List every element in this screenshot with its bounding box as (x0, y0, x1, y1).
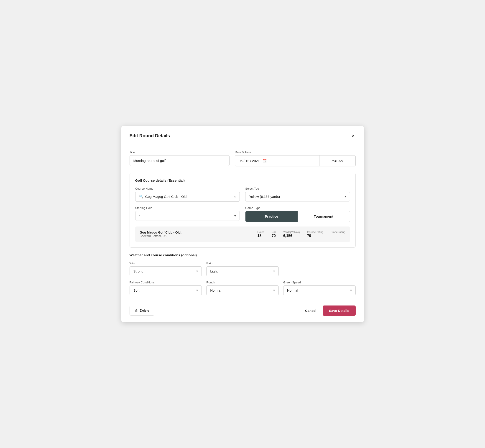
clear-icon[interactable]: × (234, 195, 236, 199)
rough-group: Rough Normal ▾ (206, 281, 279, 295)
chevron-down-icon: ▾ (345, 195, 346, 198)
course-name-label: Course Name (135, 187, 240, 190)
rain-group: Rain Light ▾ (206, 262, 279, 276)
close-button[interactable]: × (351, 133, 356, 139)
starting-hole-group: Starting Hole 1 ▾ (135, 206, 240, 222)
datetime-label: Date & Time (235, 151, 356, 154)
rough-value: Normal (210, 288, 221, 292)
starting-hole-gametype-row: Starting Hole 1 ▾ Game Type Practice Tou… (135, 206, 350, 222)
wind-label: Wind (129, 262, 202, 265)
game-type-group: Game Type Practice Tournament (245, 206, 350, 222)
conditions-section: Weather and course conditions (optional)… (129, 253, 356, 295)
wind-rain-row: Wind Strong ▾ Rain Light ▾ (129, 262, 356, 276)
game-type-label: Game Type (245, 206, 350, 210)
fairway-group: Fairway Conditions Soft ▾ (129, 281, 202, 295)
cancel-button[interactable]: Cancel (303, 306, 318, 315)
modal-body: Title Date & Time 05 / 12 / 2021 📅 7:31 … (121, 144, 364, 295)
select-tee-label: Select Tee (245, 187, 350, 190)
chevron-down-icon-fairway: ▾ (196, 288, 198, 292)
course-stats: Holes 18 Par 70 Yards(Yellow) 6,156 Cour… (257, 231, 345, 238)
stat-course-rating: Course rating 70 (307, 231, 323, 238)
footer-right: Cancel Save Details (303, 305, 356, 316)
starting-hole-label: Starting Hole (135, 206, 240, 210)
fairway-value: Soft (133, 288, 140, 292)
select-tee-dropdown[interactable]: Yellow (6,156 yards) ▾ (245, 192, 350, 201)
course-name-group: Course Name 🔍 Gog Magog Golf Club - Old … (135, 187, 240, 202)
course-info-card: Gog Magog Golf Club - Old, Shelford Bott… (135, 226, 350, 242)
rough-label: Rough (206, 281, 279, 284)
title-label: Title (129, 151, 229, 154)
par-value: 70 (272, 234, 276, 238)
yards-value: 6,156 (283, 234, 292, 238)
golf-section-title: Golf Course details (Essential) (135, 178, 350, 182)
par-label: Par (272, 231, 276, 234)
holes-value: 18 (257, 234, 261, 238)
trash-icon: 🗑 (135, 309, 138, 312)
course-name-input[interactable]: 🔍 Gog Magog Golf Club - Old × (135, 192, 240, 202)
golf-course-section: Golf Course details (Essential) Course N… (129, 173, 356, 248)
practice-button[interactable]: Practice (245, 211, 298, 222)
modal-footer: 🗑 Delete Cancel Save Details (121, 300, 364, 322)
top-row: Title Date & Time 05 / 12 / 2021 📅 7:31 … (129, 151, 356, 166)
chevron-down-icon-rough: ▾ (273, 288, 275, 292)
search-icon: 🔍 (139, 195, 144, 199)
date-value: 05 / 12 / 2021 (239, 159, 260, 163)
course-full-name: Gog Magog Golf Club - Old, (140, 231, 252, 234)
select-tee-group: Select Tee Yellow (6,156 yards) ▾ (245, 187, 350, 202)
calendar-icon: 📅 (262, 159, 267, 163)
chevron-down-icon-rain: ▾ (273, 269, 275, 273)
edit-round-modal: Edit Round Details × Title Date & Time 0… (121, 126, 364, 322)
fairway-label: Fairway Conditions (129, 281, 202, 284)
starting-hole-dropdown[interactable]: 1 ▾ (135, 211, 240, 221)
course-name-tee-row: Course Name 🔍 Gog Magog Golf Club - Old … (135, 187, 350, 202)
holes-label: Holes (257, 231, 264, 234)
course-name-block: Gog Magog Golf Club - Old, Shelford Bott… (140, 231, 252, 238)
course-rating-label: Course rating (307, 231, 323, 234)
wind-group: Wind Strong ▾ (129, 262, 202, 276)
title-input[interactable] (129, 155, 229, 166)
modal-header: Edit Round Details × (121, 126, 364, 144)
select-tee-value: Yellow (6,156 yards) (249, 195, 280, 199)
course-location: Shelford Bottom, UK (140, 234, 252, 238)
slope-rating-label: Slope rating (331, 231, 345, 234)
fairway-dropdown[interactable]: Soft ▾ (129, 286, 202, 295)
stat-holes: Holes 18 (257, 231, 264, 238)
starting-hole-value: 1 (139, 214, 141, 218)
stat-yards: Yards(Yellow) 6,156 (283, 231, 300, 238)
title-field-group: Title (129, 151, 229, 166)
tournament-button[interactable]: Tournament (298, 211, 350, 222)
rain-dropdown[interactable]: Light ▾ (206, 266, 279, 276)
date-input[interactable]: 05 / 12 / 2021 📅 (235, 155, 319, 166)
datetime-row: 05 / 12 / 2021 📅 7:31 AM (235, 155, 356, 166)
stat-slope-rating: Slope rating - (331, 231, 345, 238)
green-speed-dropdown[interactable]: Normal ▾ (283, 286, 356, 295)
fairway-rough-green-row: Fairway Conditions Soft ▾ Rough Normal ▾… (129, 281, 356, 295)
yards-label: Yards(Yellow) (283, 231, 300, 234)
game-type-toggle: Practice Tournament (245, 211, 350, 222)
conditions-title: Weather and course conditions (optional) (129, 253, 356, 257)
delete-label: Delete (140, 309, 149, 312)
rough-dropdown[interactable]: Normal ▾ (206, 286, 279, 295)
rain-label: Rain (206, 262, 279, 265)
chevron-down-icon-wind: ▾ (196, 269, 198, 273)
course-name-value: Gog Magog Golf Club - Old (145, 195, 232, 199)
stat-par: Par 70 (272, 231, 276, 238)
wind-value: Strong (133, 269, 144, 273)
green-speed-value: Normal (287, 288, 298, 292)
rain-value: Light (210, 269, 218, 273)
save-button[interactable]: Save Details (323, 305, 356, 316)
wind-dropdown[interactable]: Strong ▾ (129, 266, 202, 276)
datetime-field-group: Date & Time 05 / 12 / 2021 📅 7:31 AM (235, 151, 356, 166)
delete-button[interactable]: 🗑 Delete (129, 306, 154, 315)
course-rating-value: 70 (307, 234, 311, 238)
green-speed-label: Green Speed (283, 281, 356, 284)
modal-title: Edit Round Details (129, 133, 170, 138)
slope-rating-value: - (331, 234, 332, 238)
chevron-down-icon-green: ▾ (350, 288, 352, 292)
chevron-down-icon-2: ▾ (234, 214, 236, 218)
green-speed-group: Green Speed Normal ▾ (283, 281, 356, 295)
time-value: 7:31 AM (331, 159, 344, 163)
time-input[interactable]: 7:31 AM (319, 155, 356, 166)
